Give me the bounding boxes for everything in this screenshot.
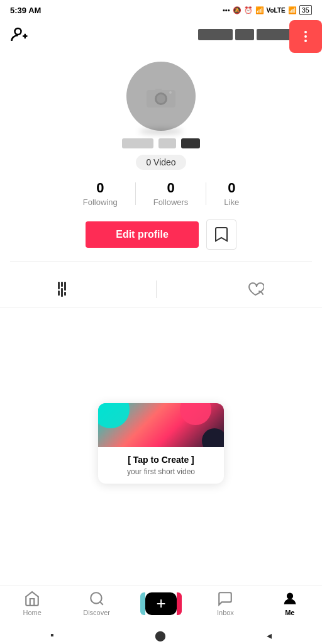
action-buttons: Edit profile: [86, 219, 236, 250]
stats-row: 0 Following 0 Followers 0 Like: [10, 180, 312, 207]
svg-point-10: [287, 593, 292, 599]
create-button[interactable]: +: [145, 592, 177, 615]
android-nav-bar: ▪ ⬤ ◂: [0, 626, 322, 644]
mute-icon: 🔕: [233, 6, 242, 14]
following-label: Following: [83, 197, 118, 207]
bookmark-button[interactable]: [206, 219, 236, 250]
tap-to-create-card[interactable]: [ Tap to Create ] your first short video: [98, 403, 224, 484]
likes-stat[interactable]: 0 Like: [206, 180, 257, 207]
status-bar: 5:39 AM ••• 🔕 ⏰ 📶 VoLTE 📶 35: [0, 0, 322, 20]
nav-me[interactable]: Me: [258, 591, 322, 616]
grid-view-tab[interactable]: [58, 282, 66, 297]
create-card-subtitle: your first short video: [104, 467, 218, 476]
inbox-icon: [217, 591, 233, 607]
svg-point-5: [157, 94, 165, 103]
svg-point-8: [91, 592, 101, 603]
svg-rect-6: [155, 89, 162, 92]
avatar[interactable]: [126, 62, 196, 131]
liked-videos-tab[interactable]: [247, 281, 264, 297]
username-placeholder-row: [122, 138, 200, 148]
followers-stat[interactable]: 0 Followers: [136, 180, 206, 207]
alarm-icon: ⏰: [244, 6, 253, 14]
username-blocks: [198, 29, 301, 40]
inbox-label: Inbox: [217, 609, 234, 616]
followers-label: Followers: [153, 197, 189, 207]
blob-teal: [98, 403, 130, 428]
placeholder-3: [181, 138, 200, 148]
create-card-graphic: [98, 403, 224, 447]
heart-comment-icon: [247, 281, 264, 297]
nav-inbox[interactable]: Inbox: [193, 591, 257, 616]
home-icon: [24, 591, 40, 607]
android-back-square[interactable]: ▪: [50, 630, 54, 641]
section-divider: [10, 261, 312, 262]
add-user-button[interactable]: [10, 25, 29, 44]
discover-label: Discover: [83, 609, 110, 616]
username-block-1: [198, 29, 233, 40]
placeholder-2: [158, 138, 176, 148]
username-block-2: [235, 29, 254, 40]
me-label: Me: [285, 609, 294, 616]
content-tabs: [0, 272, 322, 308]
top-nav: ▼: [0, 20, 322, 49]
android-home-circle[interactable]: ⬤: [155, 630, 166, 641]
following-count: 0: [96, 180, 104, 196]
profile-icon: [282, 591, 298, 607]
nav-discover[interactable]: Discover: [64, 591, 128, 616]
vertical-dots-icon: [304, 31, 307, 42]
video-count-badge: 0 Video: [136, 155, 186, 170]
edit-profile-button[interactable]: Edit profile: [86, 221, 199, 248]
create-card-title: [ Tap to Create ]: [104, 455, 218, 465]
nav-plus[interactable]: +: [129, 592, 193, 615]
profile-section: 0 Video 0 Following 0 Followers 0 Like E…: [0, 49, 322, 272]
likes-label: Like: [224, 197, 239, 207]
grid-icon: [58, 282, 66, 297]
svg-line-9: [100, 602, 103, 605]
svg-point-7: [169, 91, 172, 94]
avatar-shadow: [139, 128, 183, 135]
bookmark-icon: [214, 226, 228, 243]
android-recents-triangle[interactable]: ◂: [267, 630, 272, 641]
status-icons: ••• 🔕 ⏰ 📶 VoLTE 📶 35: [223, 5, 312, 15]
blob-dark: [202, 428, 224, 447]
signal-dots-icon: •••: [223, 6, 230, 14]
following-stat[interactable]: 0 Following: [65, 180, 135, 207]
plus-icon: +: [156, 594, 165, 613]
lte-icon: VoLTE: [267, 7, 286, 14]
content-area: [ Tap to Create ] your first short video: [0, 308, 322, 521]
signal-bars-icon: 📶: [255, 6, 264, 14]
followers-count: 0: [167, 180, 174, 196]
tab-divider: [156, 280, 157, 298]
home-label: Home: [23, 609, 42, 616]
discover-icon: [89, 591, 105, 607]
avatar-circle: [126, 62, 196, 131]
nav-home[interactable]: Home: [0, 591, 64, 616]
battery-icon: 35: [299, 5, 312, 15]
create-card-body: [ Tap to Create ] your first short video: [98, 447, 224, 484]
svg-point-0: [15, 28, 21, 35]
status-time: 5:39 AM: [10, 6, 41, 15]
camera-icon: [145, 84, 177, 109]
wifi-icon: 📶: [288, 6, 297, 14]
blob-pink: [180, 403, 211, 425]
bottom-nav: Home Discover + Inbox Me: [0, 585, 322, 626]
more-options-button[interactable]: [289, 20, 322, 53]
likes-count: 0: [228, 180, 235, 196]
placeholder-1: [122, 138, 153, 148]
